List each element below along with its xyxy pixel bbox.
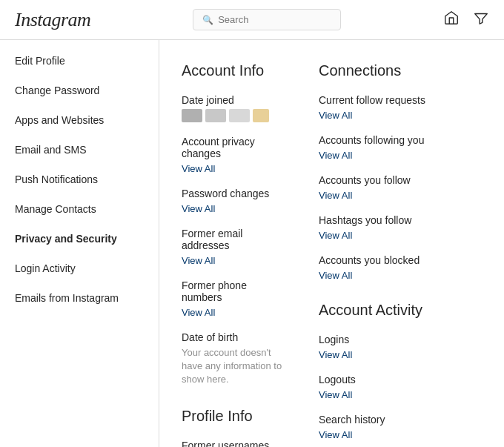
- follow-requests-label: Current follow requests: [319, 94, 482, 106]
- account-activity-title: Account Activity: [319, 302, 482, 319]
- right-column: Connections Current follow requests View…: [319, 62, 482, 425]
- hashtags-follow-label: Hashtags you follow: [319, 214, 482, 226]
- account-activity-section: Account Activity Logins View All Logouts…: [319, 302, 482, 440]
- account-privacy-changes-item: Account privacy changes View All: [182, 136, 289, 174]
- former-emails-label: Former email addresses: [182, 228, 289, 251]
- date-joined-item: Date joined: [182, 94, 289, 122]
- logins-link[interactable]: View All: [319, 349, 352, 360]
- logouts-link[interactable]: View All: [319, 389, 352, 400]
- you-follow-item: Accounts you follow View All: [319, 174, 482, 201]
- hashtags-follow-link[interactable]: View All: [319, 230, 352, 241]
- profile-info-title: Profile Info: [182, 408, 289, 425]
- former-phones-item: Former phone numbers View All: [182, 279, 289, 318]
- date-bar: [182, 109, 289, 122]
- logouts-item: Logouts View All: [319, 374, 482, 400]
- header: Instagram 🔍: [0, 0, 504, 40]
- former-phones-label: Former phone numbers: [182, 279, 289, 303]
- search-history-item: Search history View All: [319, 414, 482, 440]
- password-changes-link[interactable]: View All: [182, 203, 215, 214]
- former-usernames-label: Former usernames: [182, 440, 289, 447]
- logins-label: Logins: [319, 334, 482, 345]
- sidebar-item-push-notifications[interactable]: Push Notifications: [0, 165, 159, 194]
- follow-requests-link[interactable]: View All: [319, 110, 352, 121]
- home-icon[interactable]: [443, 10, 460, 30]
- date-bar-seg-2: [205, 109, 226, 122]
- filter-icon[interactable]: [473, 10, 489, 30]
- former-usernames-item: Former usernames View All: [182, 440, 289, 447]
- accounts-blocked-link[interactable]: View All: [319, 270, 352, 281]
- search-bar[interactable]: 🔍: [193, 9, 341, 30]
- sidebar: Edit Profile Change Password Apps and We…: [0, 40, 159, 447]
- accounts-blocked-label: Accounts you blocked: [319, 254, 482, 266]
- left-column: Account Info Date joined Account privacy…: [182, 62, 289, 425]
- date-bar-seg-1: [182, 109, 202, 122]
- sidebar-item-login-activity[interactable]: Login Activity: [0, 254, 159, 283]
- account-privacy-changes-link[interactable]: View All: [182, 163, 215, 174]
- account-privacy-changes-label: Account privacy changes: [182, 136, 289, 159]
- search-history-link[interactable]: View All: [319, 429, 352, 440]
- accounts-blocked-item: Accounts you blocked View All: [319, 254, 482, 281]
- header-icons: [443, 10, 489, 30]
- follow-requests-item: Current follow requests View All: [319, 94, 482, 121]
- hashtags-follow-item: Hashtags you follow View All: [319, 214, 482, 241]
- following-you-link[interactable]: View All: [319, 150, 352, 161]
- password-changes-label: Password changes: [182, 188, 289, 199]
- date-bar-seg-4: [253, 109, 269, 122]
- following-you-label: Accounts following you: [319, 134, 482, 146]
- sidebar-item-privacy-security[interactable]: Privacy and Security: [0, 224, 159, 254]
- date-of-birth-item: Date of birth Your account doesn't have …: [182, 331, 289, 387]
- sidebar-item-emails-instagram[interactable]: Emails from Instagram: [0, 283, 159, 313]
- you-follow-link[interactable]: View All: [319, 190, 352, 201]
- sidebar-item-email-sms[interactable]: Email and SMS: [0, 135, 159, 165]
- sidebar-item-change-password[interactable]: Change Password: [0, 76, 159, 105]
- former-phones-link[interactable]: View All: [182, 307, 215, 318]
- logins-item: Logins View All: [319, 334, 482, 360]
- content-area: Account Info Date joined Account privacy…: [159, 40, 504, 447]
- profile-info-section: Profile Info Former usernames View All F…: [182, 408, 289, 447]
- svg-marker-0: [475, 14, 488, 24]
- former-emails-link[interactable]: View All: [182, 255, 215, 266]
- sidebar-item-apps-websites[interactable]: Apps and Websites: [0, 105, 159, 135]
- date-of-birth-desc: Your account doesn't have any informatio…: [182, 346, 289, 387]
- search-input[interactable]: [218, 14, 331, 25]
- sidebar-item-manage-contacts[interactable]: Manage Contacts: [0, 194, 159, 224]
- search-history-label: Search history: [319, 414, 482, 426]
- search-icon: 🔍: [202, 15, 213, 25]
- account-info-title: Account Info: [182, 62, 289, 79]
- logouts-label: Logouts: [319, 374, 482, 385]
- former-emails-item: Former email addresses View All: [182, 228, 289, 266]
- connections-title: Connections: [319, 62, 482, 79]
- main-layout: Edit Profile Change Password Apps and We…: [0, 40, 504, 447]
- connections-section: Connections Current follow requests View…: [319, 62, 482, 281]
- password-changes-item: Password changes View All: [182, 188, 289, 214]
- date-bar-seg-3: [229, 109, 250, 122]
- following-you-item: Accounts following you View All: [319, 134, 482, 161]
- date-joined-label: Date joined: [182, 94, 289, 106]
- you-follow-label: Accounts you follow: [319, 174, 482, 186]
- date-of-birth-label: Date of birth: [182, 331, 289, 343]
- logo: Instagram: [15, 9, 90, 31]
- sidebar-item-edit-profile[interactable]: Edit Profile: [0, 46, 159, 76]
